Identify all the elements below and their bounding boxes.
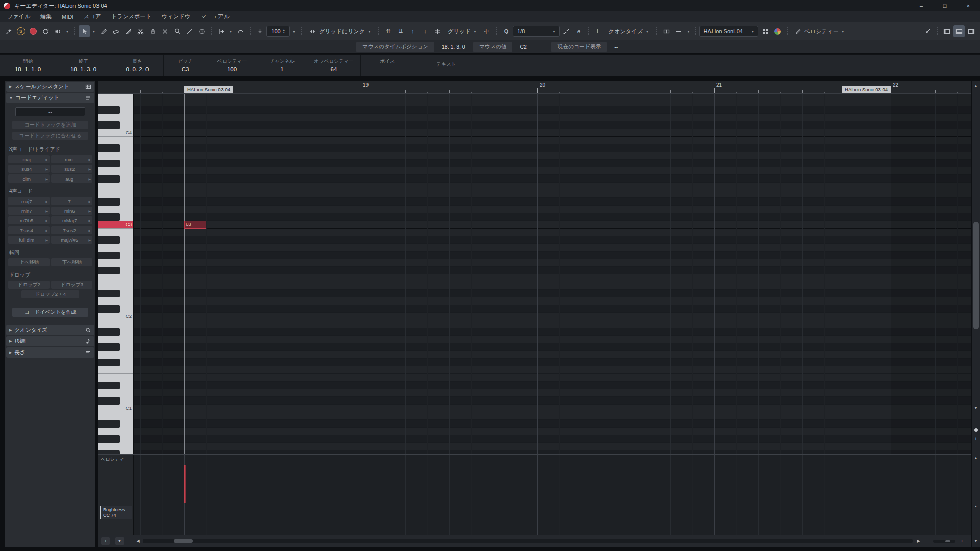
audition-icon[interactable]: ▶ xyxy=(86,197,91,205)
audition-icon[interactable]: ▶ xyxy=(43,174,48,183)
length-q-button[interactable]: L xyxy=(593,25,604,37)
menu-file[interactable]: ファイル xyxy=(2,11,35,22)
menu-transport[interactable]: トランスポート xyxy=(106,11,157,22)
vertical-zoom-in-button[interactable]: + xyxy=(972,436,980,442)
piano-key-c3[interactable]: C3 xyxy=(98,221,133,229)
cc-lane-collapse-button[interactable]: ▲ xyxy=(972,505,980,508)
piano-key-a0[interactable] xyxy=(98,428,133,435)
erase-tool[interactable] xyxy=(110,25,121,37)
mute-tool[interactable] xyxy=(159,25,170,37)
audition-icon[interactable]: ▶ xyxy=(86,207,91,215)
section-transpose[interactable]: ▶ 移調 xyxy=(6,336,94,346)
chord-button-7sus4[interactable]: 7sus4▶ xyxy=(8,226,50,234)
chord-button-aug[interactable]: aug▶ xyxy=(51,174,92,183)
audition-icon[interactable]: ▶ xyxy=(86,165,91,173)
left-zone-button[interactable] xyxy=(941,25,952,37)
trim-tool[interactable] xyxy=(122,25,134,37)
piano-key-fs0[interactable] xyxy=(98,450,133,454)
cc-lane-header[interactable]: Brightness CC 74 xyxy=(98,503,134,535)
piano-key-e3[interactable] xyxy=(98,190,133,198)
part-selector-dropdown[interactable]: HALion Soni.04 ▼ xyxy=(699,26,758,37)
chord-button-sus2[interactable]: sus2▶ xyxy=(51,165,92,173)
part-start-label[interactable]: HALion Sonic 03 04 xyxy=(184,86,233,93)
chord-button-3[interactable]: ドロップ3 xyxy=(51,281,92,289)
piano-key-d4[interactable] xyxy=(98,114,133,121)
create-chord-event-button[interactable]: コードイベントを作成 xyxy=(12,308,88,317)
audition-icon[interactable]: ▶ xyxy=(43,165,48,173)
scroll-down-button[interactable]: ▼ xyxy=(972,406,980,410)
audition-icon[interactable]: ▶ xyxy=(43,236,48,244)
piano-key-d2[interactable] xyxy=(98,297,133,305)
info-field-9[interactable]: テキスト xyxy=(414,55,478,76)
spinner-icon[interactable]: ▲▼ xyxy=(283,29,285,34)
chord-button-maj[interactable]: maj▶ xyxy=(8,155,50,163)
fold-button[interactable] xyxy=(922,25,933,37)
piano-key-ds1[interactable] xyxy=(98,382,133,389)
audition-icon[interactable]: ▶ xyxy=(43,207,48,215)
audition-icon[interactable]: ▶ xyxy=(86,216,91,224)
zoom-tool[interactable] xyxy=(172,25,183,37)
chord-button-7[interactable]: 7▶ xyxy=(51,197,92,205)
relative-grid-button[interactable]: -|+ xyxy=(481,25,493,37)
chord-button-sus4[interactable]: sus4▶ xyxy=(8,165,50,173)
piano-key-b0[interactable] xyxy=(98,412,133,420)
right-zone-button[interactable] xyxy=(966,25,977,37)
piano-key-e1[interactable] xyxy=(98,374,133,382)
vertical-scroll-thumb[interactable] xyxy=(973,222,979,329)
match-chord-track-button[interactable]: コードトラックに合わせる xyxy=(12,132,88,140)
piano-key-cs4[interactable] xyxy=(98,121,133,129)
menu-edit[interactable]: 編集 xyxy=(35,11,57,22)
minimize-button[interactable]: – xyxy=(910,0,933,11)
piano-key-fs1[interactable] xyxy=(98,359,133,366)
quantize-q-button[interactable]: Q xyxy=(501,25,512,37)
info-field-8[interactable]: ボイス— xyxy=(361,55,414,76)
velocity-lane-header[interactable]: ベロシティー xyxy=(98,455,134,503)
zoom-slider-thumb[interactable] xyxy=(945,540,950,542)
audition-icon[interactable]: ▶ xyxy=(43,226,48,234)
info-field-2[interactable]: 終了18. 1. 3. 0 xyxy=(56,55,111,76)
color-setup-button[interactable] xyxy=(772,25,783,37)
chord-button-maj75[interactable]: maj7/#5▶ xyxy=(51,236,92,244)
velocity-lane[interactable] xyxy=(134,455,971,503)
chord-button-7sus2[interactable]: 7sus2▶ xyxy=(51,226,92,234)
info-field-3[interactable]: 長さ0. 0. 2. 0 xyxy=(111,55,164,76)
audition-icon[interactable]: ▶ xyxy=(86,226,91,234)
zoom-in-button[interactable]: + xyxy=(958,537,966,545)
editor-setup-dropdown[interactable]: ▼ xyxy=(64,25,70,37)
ruler[interactable]: HALion Sonic 03 04 HALion Sonic 03 04 19… xyxy=(98,81,971,94)
piano-key-f4[interactable] xyxy=(98,94,133,98)
chord-button-dim[interactable]: dim▶ xyxy=(8,174,50,183)
split-tool[interactable] xyxy=(135,25,146,37)
horizontal-zoom-slider[interactable] xyxy=(933,540,955,543)
object-selection-tool[interactable] xyxy=(79,25,90,37)
horizontal-scrollbar[interactable] xyxy=(143,539,913,543)
audition-icon[interactable]: ▶ xyxy=(43,197,48,205)
piano-key-c2[interactable]: C2 xyxy=(98,313,133,320)
nudge-up-button[interactable]: ⇈ xyxy=(383,25,394,37)
show-part-borders-button[interactable] xyxy=(673,25,684,37)
part-editing-mode-button[interactable] xyxy=(660,25,672,37)
info-field-5[interactable]: ベロシティー100 xyxy=(207,55,257,76)
piano-key-g3[interactable] xyxy=(98,167,133,175)
piano-key-d1[interactable] xyxy=(98,389,133,397)
piano-key-a1[interactable] xyxy=(98,336,133,343)
piano-key-fs3[interactable] xyxy=(98,175,133,183)
audition-icon[interactable]: ▶ xyxy=(43,155,48,163)
acoustic-feedback-button[interactable] xyxy=(52,25,63,37)
menu-manual[interactable]: マニュアル xyxy=(195,11,234,22)
velocity-lane-collapse-button[interactable]: ▲ xyxy=(972,456,980,459)
horizontal-scroll-thumb[interactable] xyxy=(174,539,193,543)
piano-key-as1[interactable] xyxy=(98,328,133,336)
piano-key-e4[interactable] xyxy=(98,98,133,106)
piano-key-b3[interactable] xyxy=(98,137,133,144)
piano-keyboard[interactable]: C4C3C2C1 xyxy=(98,94,134,454)
part-borders-dropdown[interactable]: ▼ xyxy=(685,25,691,37)
midi-note[interactable]: C3 xyxy=(184,221,206,229)
piano-key-e2[interactable] xyxy=(98,282,133,290)
piano-key-f2[interactable] xyxy=(98,274,133,282)
piano-key-ds2[interactable] xyxy=(98,290,133,297)
piano-key-a2[interactable] xyxy=(98,244,133,252)
piano-key-ds3[interactable] xyxy=(98,198,133,206)
scroll-left-button[interactable]: ◀ xyxy=(134,537,142,545)
part-end-label[interactable]: HALion Sonic 03 04 xyxy=(842,86,891,93)
